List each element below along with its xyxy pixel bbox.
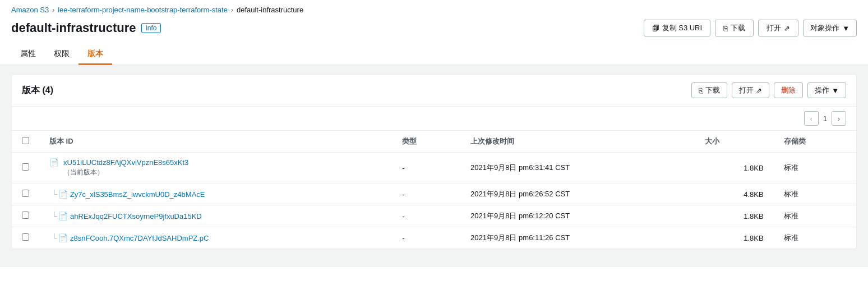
size-cell: 1.8KB [695, 153, 773, 183]
file-icon: 📄 [49, 158, 59, 167]
download-icon: ⎘ [723, 24, 728, 33]
version-id-cell: └📄ahRExJqq2FUCTXsoyrneP9jfxuDa15KD [39, 205, 392, 227]
object-actions-button[interactable]: 对象操作 ▼ [803, 20, 857, 36]
current-version-label: （当前版本） [63, 168, 188, 177]
type-cell: - [392, 153, 460, 183]
version-id-link[interactable]: ahRExJqq2FUCTXsoyrneP9jfxuDa15KD [70, 212, 202, 220]
table-row: └📄ahRExJqq2FUCTXsoyrneP9jfxuDa15KD-2021年… [12, 205, 856, 227]
row-checkbox[interactable] [22, 163, 29, 171]
panel-open-button[interactable]: 打开 ⇗ [732, 82, 769, 98]
open-button-header[interactable]: 打开 ⇗ [758, 20, 798, 36]
row-checkbox[interactable] [22, 190, 29, 197]
version-id-cell: └📄Zy7c_xlS35BmsZ_iwvckmU0D_z4bMAcE [39, 183, 392, 205]
header-actions: 🗐 复制 S3 URI ⎘ 下载 打开 ⇗ 对象操作 ▼ [644, 20, 857, 36]
indent-icon: └ [52, 190, 57, 199]
page-title-row: default-infrastructure Info [11, 21, 161, 35]
select-all-checkbox[interactable] [22, 137, 29, 144]
size-cell: 1.8KB [695, 205, 773, 227]
pagination-prev[interactable]: ‹ [804, 111, 819, 126]
col-last-modified: 上次修改时间 [460, 131, 695, 153]
indent-icon: └ [52, 233, 57, 242]
dropdown-arrow-icon: ▼ [842, 24, 849, 33]
copy-icon: 🗐 [652, 24, 659, 33]
content-area: 版本 (4) ⎘ 下载 打开 ⇗ 删除 操作 ▼ [0, 65, 868, 267]
table-row: └📄Zy7c_xlS35BmsZ_iwvckmU0D_z4bMAcE-2021年… [12, 183, 856, 205]
versions-title: 版本 (4) [22, 85, 53, 97]
col-type: 类型 [392, 131, 460, 153]
last-modified-cell: 2021年9月8日 pm6:26:52 CST [460, 183, 695, 205]
breadcrumb-bucket[interactable]: lee-terraform-project-name-bootstrap-ter… [58, 6, 228, 14]
type-cell: - [392, 227, 460, 249]
size-cell: 1.8KB [695, 227, 773, 249]
table-row: └📄z8snFCooh.7QXmc7DAYfJdSAHDmPZ.pC-2021年… [12, 227, 856, 249]
row-checkbox[interactable] [22, 212, 29, 219]
storage-class-cell: 标准 [774, 183, 856, 205]
panel-operations-button[interactable]: 操作 ▼ [807, 82, 846, 98]
panel-delete-button[interactable]: 删除 [774, 82, 803, 98]
copy-s3-uri-button[interactable]: 🗐 复制 S3 URI [644, 20, 711, 36]
last-modified-cell: 2021年9月8日 pm6:31:41 CST [460, 153, 695, 183]
size-cell: 4.8KB [695, 183, 773, 205]
tab-permissions[interactable]: 权限 [45, 44, 79, 65]
row-checkbox-cell [12, 153, 39, 183]
version-id-link[interactable]: xU51iLUCtdz8FAjQXviVpznE8s65xKt3 [63, 158, 188, 167]
panel-header-actions: ⎘ 下载 打开 ⇗ 删除 操作 ▼ [691, 82, 846, 98]
col-version-id: 版本 ID [39, 131, 392, 153]
versions-panel-header: 版本 (4) ⎘ 下载 打开 ⇗ 删除 操作 ▼ [12, 75, 856, 107]
pagination-row: ‹ 1 › [12, 107, 856, 131]
select-all-header [12, 131, 39, 153]
pagination-current: 1 [823, 114, 827, 123]
info-badge[interactable]: Info [141, 23, 160, 33]
table-row: 📄xU51iLUCtdz8FAjQXviVpznE8s65xKt3（当前版本）-… [12, 153, 856, 183]
row-checkbox-cell [12, 227, 39, 249]
version-id-cell: └📄z8snFCooh.7QXmc7DAYfJdSAHDmPZ.pC [39, 227, 392, 249]
indent-icon: └ [52, 212, 57, 220]
page-wrapper: Amazon S3 › lee-terraform-project-name-b… [0, 0, 868, 294]
col-storage-class: 存储类 [774, 131, 856, 153]
page-header: default-infrastructure Info 🗐 复制 S3 URI … [0, 17, 868, 36]
download-button-header[interactable]: ⎘ 下载 [715, 20, 754, 36]
breadcrumb-amazon-s3[interactable]: Amazon S3 [11, 6, 49, 14]
panel-open-icon: ⇗ [756, 86, 762, 95]
breadcrumb-sep-1: › [52, 6, 54, 14]
storage-class-cell: 标准 [774, 205, 856, 227]
version-id-link[interactable]: Zy7c_xlS35BmsZ_iwvckmU0D_z4bMAcE [70, 190, 205, 199]
file-icon: 📄 [58, 233, 68, 242]
tabs-container: 属性 权限 版本 [0, 44, 868, 65]
file-icon: 📄 [58, 212, 68, 220]
panel-download-button[interactable]: ⎘ 下载 [691, 82, 727, 98]
version-id-cell: 📄xU51iLUCtdz8FAjQXviVpznE8s65xKt3（当前版本） [39, 153, 392, 183]
storage-class-cell: 标准 [774, 153, 856, 183]
col-size: 大小 [695, 131, 773, 153]
tab-versions[interactable]: 版本 [79, 44, 112, 65]
last-modified-cell: 2021年9月8日 pm6:12:20 CST [460, 205, 695, 227]
storage-class-cell: 标准 [774, 227, 856, 249]
panel-download-icon: ⎘ [699, 86, 703, 95]
type-cell: - [392, 205, 460, 227]
version-id-link[interactable]: z8snFCooh.7QXmc7DAYfJdSAHDmPZ.pC [70, 234, 209, 242]
panel-operations-arrow: ▼ [832, 86, 839, 95]
versions-panel: 版本 (4) ⎘ 下载 打开 ⇗ 删除 操作 ▼ [11, 74, 857, 249]
file-icon: 📄 [58, 190, 68, 199]
row-checkbox[interactable] [22, 233, 29, 241]
tab-properties[interactable]: 属性 [11, 44, 45, 65]
external-link-icon: ⇗ [784, 24, 790, 33]
versions-table: 版本 ID 类型 上次修改时间 大小 存储类 📄xU51iLUCtdz8FAjQ… [12, 131, 856, 249]
breadcrumb: Amazon S3 › lee-terraform-project-name-b… [0, 0, 868, 17]
row-checkbox-cell [12, 183, 39, 205]
last-modified-cell: 2021年9月8日 pm6:11:26 CST [460, 227, 695, 249]
row-checkbox-cell [12, 205, 39, 227]
type-cell: - [392, 183, 460, 205]
breadcrumb-sep-2: › [231, 6, 233, 14]
page-title: default-infrastructure [11, 21, 136, 35]
breadcrumb-current: default-infrastructure [237, 6, 303, 14]
pagination-next[interactable]: › [832, 111, 846, 126]
